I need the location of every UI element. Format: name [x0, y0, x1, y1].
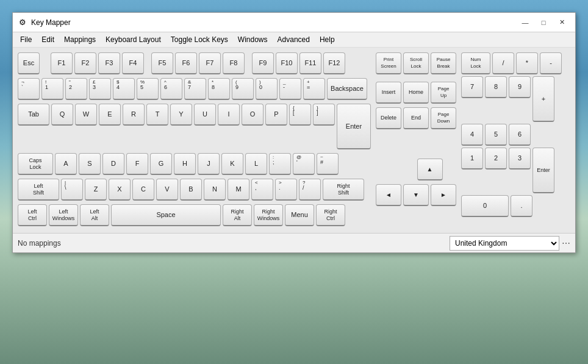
key-4[interactable]: $4: [113, 78, 135, 100]
key-print-screen[interactable]: PrintScreen: [376, 52, 401, 74]
key-right-arrow[interactable]: ►: [431, 184, 456, 206]
key-left-shift[interactable]: LeftShift: [18, 179, 59, 201]
key-f7[interactable]: F7: [199, 52, 221, 74]
maximize-button[interactable]: □: [535, 16, 552, 29]
key-d[interactable]: D: [102, 153, 124, 175]
key-f6[interactable]: F6: [175, 52, 197, 74]
key-tab[interactable]: Tab: [18, 104, 49, 126]
key-p[interactable]: P: [265, 104, 287, 126]
key-j[interactable]: J: [198, 153, 220, 175]
key-a[interactable]: A: [55, 153, 77, 175]
key-num6[interactable]: 6: [509, 124, 531, 146]
key-backtick[interactable]: ¬`: [18, 78, 40, 100]
key-1[interactable]: !1: [41, 78, 63, 100]
key-f9[interactable]: F9: [252, 52, 274, 74]
key-num-enter[interactable]: Enter: [532, 148, 554, 193]
key-0[interactable]: )0: [256, 78, 278, 100]
key-w[interactable]: W: [75, 104, 97, 126]
key-num4[interactable]: 4: [461, 124, 483, 146]
key-right-windows[interactable]: RightWindows: [254, 204, 283, 226]
key-num-minus[interactable]: -: [540, 52, 562, 74]
key-y[interactable]: Y: [170, 104, 192, 126]
key-num7[interactable]: 7: [461, 76, 483, 98]
key-z[interactable]: Z: [85, 179, 107, 201]
key-end[interactable]: End: [403, 107, 429, 129]
key-right-ctrl[interactable]: RightCtrl: [316, 204, 345, 226]
key-num0[interactable]: 0: [461, 195, 509, 217]
key-c[interactable]: C: [132, 179, 154, 201]
key-f3[interactable]: F3: [98, 52, 120, 74]
key-i[interactable]: I: [218, 104, 240, 126]
key-f10[interactable]: F10: [276, 52, 298, 74]
key-up-arrow[interactable]: ▲: [417, 159, 443, 180]
menu-toggle-lock-keys[interactable]: Toggle Lock Keys: [166, 34, 233, 46]
keyboard-layout-dropdown[interactable]: United Kingdom United States German Fren…: [450, 236, 559, 251]
key-s[interactable]: S: [79, 153, 101, 175]
key-left-ctrl[interactable]: LeftCtrl: [18, 204, 47, 226]
key-backslash[interactable]: |\: [61, 179, 83, 201]
key-7[interactable]: &7: [184, 78, 206, 100]
key-h[interactable]: H: [174, 153, 196, 175]
menu-keyboard-layout[interactable]: Keyboard Layout: [101, 34, 166, 46]
key-lbracket[interactable]: {[: [289, 104, 311, 126]
key-enter[interactable]: Enter: [337, 104, 371, 149]
key-num-lock[interactable]: NumLock: [461, 52, 490, 74]
key-f5[interactable]: F5: [151, 52, 173, 74]
key-slash[interactable]: ?/: [299, 179, 321, 201]
menu-mappings[interactable]: Mappings: [59, 34, 101, 46]
key-f[interactable]: F: [126, 153, 148, 175]
key-f2[interactable]: F2: [74, 52, 96, 74]
key-minus[interactable]: _-: [279, 78, 301, 100]
key-apostrophe[interactable]: @': [293, 153, 315, 175]
more-options-icon[interactable]: ⋯: [562, 238, 570, 248]
key-page-up[interactable]: PageUp: [431, 82, 456, 104]
key-right-alt[interactable]: RightAlt: [223, 204, 252, 226]
key-num3[interactable]: 3: [509, 148, 531, 170]
key-pause-break[interactable]: PauseBreak: [431, 52, 456, 74]
menu-help[interactable]: Help: [315, 34, 340, 46]
key-num-plus[interactable]: +: [532, 76, 554, 122]
key-esc[interactable]: Esc: [18, 52, 40, 74]
key-hash[interactable]: ~#: [317, 153, 339, 175]
key-num8[interactable]: 8: [485, 76, 507, 98]
key-x[interactable]: X: [109, 179, 131, 201]
key-5[interactable]: %5: [137, 78, 159, 100]
key-insert[interactable]: Insert: [376, 82, 401, 104]
key-left-alt[interactable]: LeftAlt: [80, 204, 109, 226]
key-scroll-lock[interactable]: ScrollLock: [403, 52, 429, 74]
key-9[interactable]: (9: [232, 78, 254, 100]
key-period[interactable]: >.: [275, 179, 297, 201]
key-comma[interactable]: <,: [251, 179, 273, 201]
key-g[interactable]: G: [150, 153, 172, 175]
key-num2[interactable]: 2: [485, 148, 507, 170]
key-l[interactable]: L: [245, 153, 267, 175]
menu-edit[interactable]: Edit: [37, 34, 59, 46]
key-2[interactable]: "2: [65, 78, 87, 100]
key-6[interactable]: ^6: [160, 78, 182, 100]
key-num-multiply[interactable]: *: [516, 52, 538, 74]
key-f8[interactable]: F8: [223, 52, 245, 74]
key-right-shift[interactable]: RightShift: [323, 179, 364, 201]
key-semicolon[interactable]: :;: [269, 153, 291, 175]
key-num-slash[interactable]: /: [492, 52, 514, 74]
key-capslock[interactable]: CapsLock: [18, 153, 53, 175]
key-down-arrow[interactable]: ▼: [403, 184, 429, 206]
key-menu[interactable]: Menu: [285, 204, 314, 226]
key-page-down[interactable]: PageDown: [431, 107, 456, 129]
key-8[interactable]: *8: [208, 78, 230, 100]
close-button[interactable]: ✕: [553, 16, 570, 29]
key-e[interactable]: E: [99, 104, 121, 126]
key-space[interactable]: Space: [111, 204, 221, 226]
key-u[interactable]: U: [194, 104, 216, 126]
key-3[interactable]: £3: [89, 78, 111, 100]
key-rbracket[interactable]: }]: [313, 104, 335, 126]
key-num9[interactable]: 9: [509, 76, 531, 98]
key-b[interactable]: B: [180, 179, 202, 201]
key-num5[interactable]: 5: [485, 124, 507, 146]
key-f4[interactable]: F4: [122, 52, 144, 74]
key-o[interactable]: O: [242, 104, 264, 126]
menu-advanced[interactable]: Advanced: [273, 34, 315, 46]
minimize-button[interactable]: —: [517, 16, 534, 29]
key-f11[interactable]: F11: [299, 52, 321, 74]
key-home[interactable]: Home: [403, 82, 429, 104]
